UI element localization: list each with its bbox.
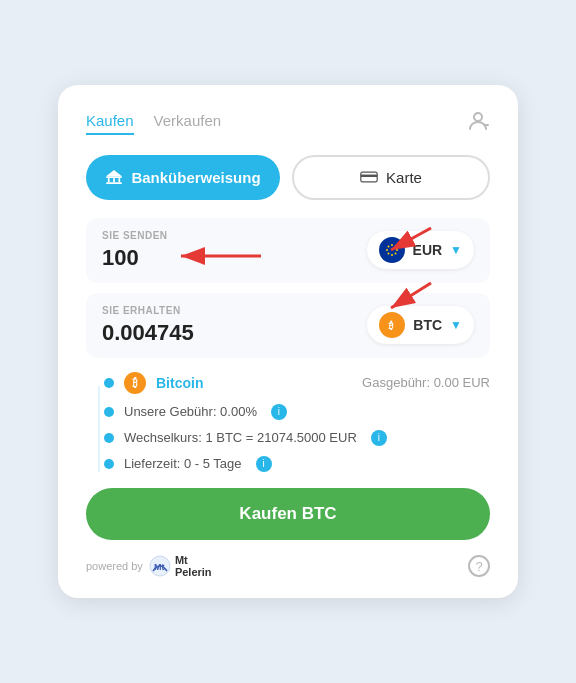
dot-fee xyxy=(104,407,114,417)
gas-fee: Gasgebühr: 0.00 EUR xyxy=(362,375,490,390)
eur-code: EUR xyxy=(413,242,443,258)
svg-point-13 xyxy=(386,249,388,251)
svg-point-15 xyxy=(387,246,389,248)
pelerin-logo: Mt Mt Pelerin xyxy=(149,554,212,578)
tabs: Kaufen Verkaufen xyxy=(86,112,221,135)
delivery-row: Lieferzeit: 0 - 5 Tage i xyxy=(104,456,490,472)
fee-info-icon[interactable]: i xyxy=(271,404,287,420)
btc-icon-small: ₿ xyxy=(124,372,146,394)
user-icon[interactable] xyxy=(466,109,490,139)
fee-text: Unsere Gebühr: 0.00% xyxy=(124,404,257,419)
payment-methods: Banküberweisung Karte xyxy=(86,155,490,200)
exchange-rate-text: Wechselkurs: 1 BTC = 21074.5000 EUR xyxy=(124,430,357,445)
delivery-text: Lieferzeit: 0 - 5 Tage xyxy=(124,456,242,471)
svg-rect-5 xyxy=(119,178,121,182)
svg-point-18 xyxy=(394,253,396,255)
eur-flag xyxy=(379,237,405,263)
svg-rect-9 xyxy=(361,175,377,177)
svg-rect-3 xyxy=(108,178,110,182)
fields-wrapper: SIE SENDEN 100 EUR ▼ SIE ERHALTEN 0.0047… xyxy=(86,218,490,358)
svg-point-17 xyxy=(387,253,389,255)
powered-by: powered by Mt Mt Pelerin xyxy=(86,554,212,578)
exchange-info-icon[interactable]: i xyxy=(371,430,387,446)
receive-label: SIE ERHALTEN xyxy=(102,305,194,316)
btc-chevron: ▼ xyxy=(450,318,462,332)
help-icon[interactable]: ? xyxy=(468,555,490,577)
eur-chevron: ▼ xyxy=(450,243,462,257)
svg-rect-6 xyxy=(107,183,123,185)
svg-rect-2 xyxy=(107,177,123,179)
eur-currency-selector[interactable]: EUR ▼ xyxy=(367,231,474,269)
send-field: SIE SENDEN 100 EUR ▼ xyxy=(86,218,490,283)
svg-marker-7 xyxy=(107,170,123,176)
timeline xyxy=(98,386,100,472)
pelerin-icon: Mt xyxy=(149,555,171,577)
dot-delivery xyxy=(104,459,114,469)
powered-by-text: powered by xyxy=(86,560,143,572)
bitcoin-row: ₿ Bitcoin Gasgebühr: 0.00 EUR xyxy=(104,372,490,394)
svg-point-12 xyxy=(391,254,393,256)
fee-row: Unsere Gebühr: 0.00% i xyxy=(104,404,490,420)
card-header: Kaufen Verkaufen xyxy=(86,109,490,139)
tab-sell[interactable]: Verkaufen xyxy=(154,112,222,135)
svg-point-16 xyxy=(394,246,396,248)
bank-icon xyxy=(105,170,123,184)
bank-transfer-button[interactable]: Banküberweisung xyxy=(86,155,280,200)
dot-bitcoin xyxy=(104,378,114,388)
btc-flag: ₿ xyxy=(379,312,405,338)
receive-value[interactable]: 0.004745 xyxy=(102,320,194,346)
delivery-info-icon[interactable]: i xyxy=(256,456,272,472)
footer: powered by Mt Mt Pelerin ? xyxy=(86,554,490,578)
btc-code: BTC xyxy=(413,317,442,333)
info-section: ₿ Bitcoin Gasgebühr: 0.00 EUR Unsere Geb… xyxy=(86,372,490,472)
send-label: SIE SENDEN xyxy=(102,230,168,241)
card-button[interactable]: Karte xyxy=(292,155,490,200)
svg-point-0 xyxy=(474,113,482,121)
credit-card-icon xyxy=(360,170,378,184)
svg-point-11 xyxy=(391,244,393,246)
btc-currency-selector[interactable]: ₿ BTC ▼ xyxy=(367,306,474,344)
exchange-row: Wechselkurs: 1 BTC = 21074.5000 EUR i xyxy=(104,430,490,446)
svg-point-14 xyxy=(396,249,398,251)
dot-exchange xyxy=(104,433,114,443)
send-value[interactable]: 100 xyxy=(102,245,168,271)
tab-buy[interactable]: Kaufen xyxy=(86,112,134,135)
receive-field: SIE ERHALTEN 0.004745 ₿ BTC ▼ xyxy=(86,293,490,358)
svg-rect-4 xyxy=(114,178,116,182)
buy-button[interactable]: Kaufen BTC xyxy=(86,488,490,540)
bitcoin-label[interactable]: Bitcoin xyxy=(156,375,203,391)
